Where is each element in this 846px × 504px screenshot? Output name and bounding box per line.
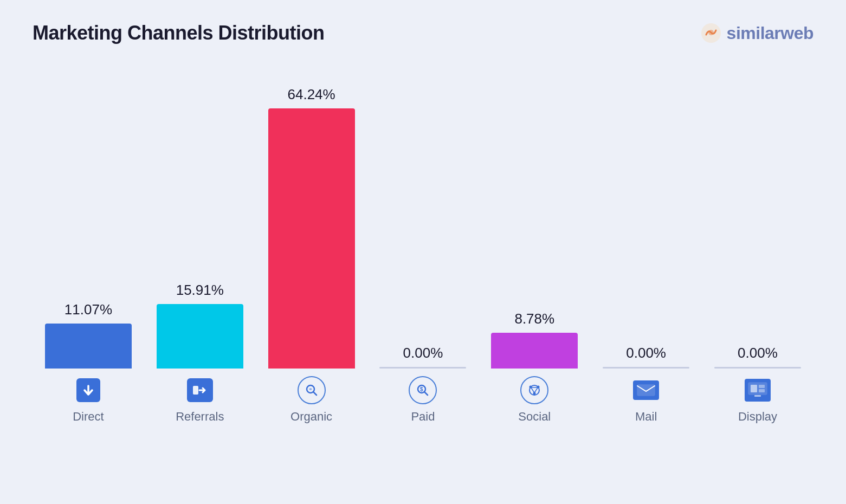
bar-label-display: Display — [738, 410, 777, 424]
bar-label-social: Social — [518, 410, 551, 424]
display-icon — [745, 379, 771, 402]
bar-wrapper-paid — [379, 367, 466, 369]
bar-value-direct: 11.07% — [64, 301, 112, 318]
svg-line-12 — [535, 388, 538, 393]
svg-point-1 — [708, 30, 714, 35]
bar-mail — [603, 367, 689, 369]
social-icon — [520, 376, 548, 404]
bar-wrapper-mail — [603, 367, 689, 369]
bar-wrapper-referrals — [157, 304, 243, 369]
direct-icon — [76, 378, 100, 402]
bar-group-paid: 0.00% $ Paid — [371, 345, 474, 424]
chart-container: Marketing Channels Distribution similarw… — [0, 0, 846, 504]
bar-group-display: 0.00% Display — [706, 345, 809, 424]
svg-point-9 — [533, 392, 536, 395]
svg-rect-18 — [754, 395, 761, 397]
bar-wrapper-direct — [45, 324, 132, 369]
bar-group-direct: 11.07% Direct — [37, 301, 140, 424]
svg-rect-15 — [751, 385, 757, 392]
bar-value-paid: 0.00% — [403, 345, 443, 361]
bar-group-social: 8.78% Social — [483, 311, 586, 424]
bar-group-referrals: 15.91% Referrals — [148, 282, 251, 424]
brand: similarweb — [701, 23, 813, 43]
bar-wrapper-social — [491, 333, 578, 369]
bar-label-referrals: Referrals — [176, 410, 224, 424]
svg-rect-2 — [193, 386, 198, 395]
bar-icon-social — [519, 375, 550, 405]
bar-display — [714, 367, 801, 369]
svg-rect-17 — [759, 389, 765, 392]
bar-label-organic: Organic — [290, 410, 332, 424]
bar-icon-referrals — [185, 375, 215, 405]
referrals-icon — [187, 378, 213, 402]
svg-rect-16 — [759, 385, 765, 388]
bar-wrapper-display — [714, 367, 801, 369]
bar-wrapper-organic — [268, 108, 355, 369]
bar-icon-display — [742, 375, 773, 405]
bar-direct — [45, 324, 132, 369]
chart-area: 11.07% Direct 15.91% Referrals — [33, 55, 813, 424]
organic-icon — [298, 376, 326, 404]
bar-icon-organic — [296, 375, 327, 405]
bar-label-direct: Direct — [73, 410, 104, 424]
bar-value-social: 8.78% — [514, 311, 554, 327]
paid-icon: $ — [409, 376, 437, 404]
bar-social — [491, 333, 578, 369]
svg-rect-13 — [637, 385, 655, 396]
bar-organic — [268, 108, 355, 369]
svg-text:$: $ — [420, 386, 423, 392]
bar-group-organic: 64.24% Organic — [260, 86, 363, 424]
svg-line-11 — [531, 388, 534, 393]
bar-group-mail: 0.00% Mail — [595, 345, 698, 424]
bar-icon-direct — [73, 375, 104, 405]
header: Marketing Channels Distribution similarw… — [33, 22, 813, 44]
bar-value-mail: 0.00% — [626, 345, 666, 361]
bar-paid — [379, 367, 466, 369]
bar-icon-paid: $ — [408, 375, 438, 405]
bar-value-referrals: 15.91% — [176, 282, 224, 299]
brand-name: similarweb — [727, 23, 813, 43]
bar-referrals — [157, 304, 243, 369]
bar-label-paid: Paid — [411, 410, 435, 424]
mail-icon — [633, 380, 659, 400]
brand-logo-icon — [701, 23, 721, 43]
bar-label-mail: Mail — [635, 410, 657, 424]
bar-icon-mail — [631, 375, 661, 405]
bar-value-display: 0.00% — [738, 345, 778, 361]
bar-value-organic: 64.24% — [288, 86, 335, 103]
page-title: Marketing Channels Distribution — [33, 22, 325, 44]
